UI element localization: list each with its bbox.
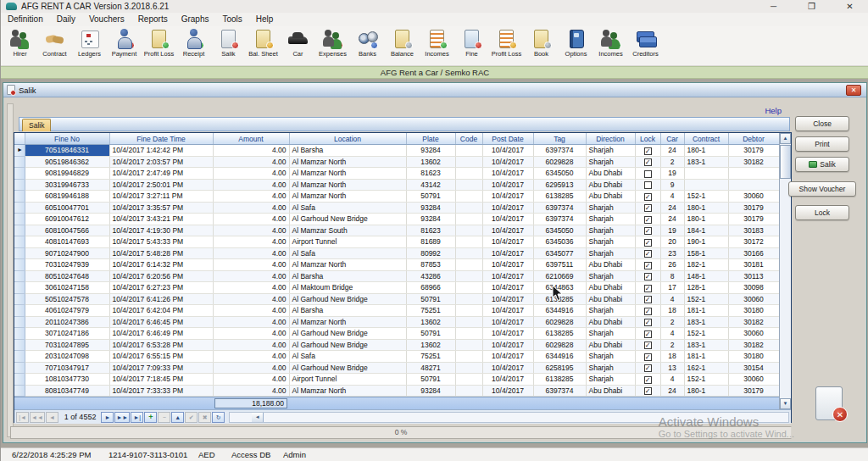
table-row[interactable]: 6091004761210/4/2017 3:43:21 PM4.00Al Ga… bbox=[14, 214, 779, 225]
toolbar-hirer[interactable]: Hirer bbox=[3, 26, 37, 65]
cell-code[interactable] bbox=[455, 293, 482, 305]
cell-post-date[interactable]: 10/4/2017 bbox=[482, 305, 533, 317]
cell-direction[interactable]: Abu Dhabi bbox=[586, 259, 635, 271]
cell-contract[interactable]: 128-1 bbox=[684, 282, 728, 294]
cell-post-date[interactable]: 10/4/2017 bbox=[482, 202, 533, 214]
cell-contract[interactable]: 148-1 bbox=[684, 270, 728, 282]
cell-amount[interactable]: 4.00 bbox=[213, 305, 289, 317]
cell-location[interactable]: Al Mamzar North bbox=[289, 168, 406, 180]
cell-tag[interactable]: 6138285 bbox=[533, 374, 586, 386]
cell-debtor[interactable]: 30154 bbox=[728, 362, 779, 374]
cell-direction[interactable]: Sharjah bbox=[586, 145, 635, 157]
lock-checkbox[interactable]: ✓ bbox=[644, 216, 652, 224]
cell-plate[interactable]: 13602 bbox=[406, 316, 455, 328]
table-row[interactable]: 7031024793910/4/2017 6:14:32 PM4.00Al Ma… bbox=[14, 259, 779, 271]
row-selector[interactable] bbox=[14, 259, 25, 271]
cell-contract[interactable]: 152-1 bbox=[684, 191, 728, 203]
cell-contract[interactable]: 180-1 bbox=[684, 202, 728, 214]
lock-checkbox[interactable]: ✓ bbox=[644, 227, 652, 235]
cell-location[interactable]: Al Mamzar South bbox=[289, 225, 406, 236]
cell-post-date[interactable]: 10/4/2017 bbox=[482, 282, 533, 294]
cell-car[interactable]: 24 bbox=[660, 145, 684, 157]
cell-post-date[interactable]: 10/4/2017 bbox=[482, 225, 533, 236]
table-row[interactable]: 6081004756610/4/2017 4:19:30 PM4.00Al Ma… bbox=[14, 225, 779, 236]
cell-code[interactable] bbox=[455, 282, 482, 294]
cell-lock[interactable]: ✓ bbox=[635, 351, 660, 363]
row-selector[interactable] bbox=[14, 156, 25, 168]
cell-direction[interactable]: Sharjah bbox=[586, 270, 635, 282]
nav-edit-button[interactable]: ▲ bbox=[171, 412, 184, 423]
menu-item-graphs[interactable]: Graphs bbox=[175, 13, 216, 26]
cell-direction[interactable]: Sharjah bbox=[586, 214, 635, 225]
lock-checkbox[interactable]: ✓ bbox=[644, 308, 652, 315]
table-row[interactable]: 6081994618810/4/2017 3:27:11 PM4.00Al Ma… bbox=[14, 191, 779, 203]
cell-amount[interactable]: 4.00 bbox=[213, 316, 289, 328]
cell-debtor[interactable]: 30179 bbox=[728, 202, 779, 214]
cell-direction[interactable]: Sharjah bbox=[586, 236, 635, 248]
cell-fine-no[interactable]: 60910047612 bbox=[25, 214, 109, 225]
cell-fine-date-time[interactable]: 10/4/2017 6:46:49 PM bbox=[109, 328, 213, 340]
cell-fine-date-time[interactable]: 10/4/2017 7:33:33 PM bbox=[109, 385, 213, 397]
cell-contract[interactable] bbox=[684, 168, 728, 180]
cell-amount[interactable]: 4.00 bbox=[213, 293, 289, 305]
cell-fine-date-time[interactable]: 10/4/2017 3:35:57 PM bbox=[109, 202, 213, 214]
cell-tag[interactable]: 6397374 bbox=[533, 214, 586, 225]
cell-fine-date-time[interactable]: 10/4/2017 5:48:28 PM bbox=[109, 247, 213, 259]
cell-debtor[interactable]: 30182 bbox=[728, 156, 779, 168]
table-row[interactable]: 5051024757810/4/2017 6:41:26 PM4.00Al Ga… bbox=[14, 293, 779, 305]
toolbar-creditors[interactable]: Creditors bbox=[628, 26, 663, 65]
cell-car[interactable]: 4 bbox=[660, 328, 684, 340]
cell-lock[interactable]: ✓ bbox=[635, 191, 660, 203]
cell-amount[interactable]: 4.00 bbox=[213, 191, 289, 203]
cell-plate[interactable]: 50791 bbox=[406, 328, 455, 340]
cell-lock[interactable]: ✓ bbox=[635, 270, 660, 282]
cell-fine-no[interactable]: 10810347730 bbox=[25, 374, 109, 386]
lock-checkbox[interactable]: ✓ bbox=[644, 353, 652, 361]
cell-fine-no[interactable]: 40610247979 bbox=[25, 305, 109, 317]
nav-prior-page-button[interactable]: ◄◄ bbox=[30, 412, 45, 423]
cell-tag[interactable]: 6029828 bbox=[533, 156, 586, 168]
row-selector[interactable] bbox=[14, 191, 25, 203]
cell-fine-no[interactable]: 20310247098 bbox=[25, 351, 109, 363]
cell-direction[interactable]: Sharjah bbox=[586, 351, 635, 363]
cell-debtor[interactable]: 30181 bbox=[728, 259, 779, 271]
row-selector[interactable] bbox=[14, 236, 25, 248]
print-button[interactable]: Print bbox=[795, 136, 849, 152]
cell-lock[interactable]: ✓ bbox=[635, 374, 660, 386]
cell-car[interactable]: 2 bbox=[660, 316, 684, 328]
cell-plate[interactable]: 43286 bbox=[406, 270, 455, 282]
cell-tag[interactable]: 6345050 bbox=[533, 168, 586, 180]
cell-car[interactable]: 19 bbox=[660, 168, 684, 180]
cell-post-date[interactable]: 10/4/2017 bbox=[482, 351, 533, 363]
cell-car[interactable]: 23 bbox=[660, 247, 684, 259]
cell-fine-no[interactable]: 90519846362 bbox=[25, 156, 109, 168]
toolbar-ledgers[interactable]: Ledgers bbox=[72, 26, 107, 65]
cell-post-date[interactable]: 10/4/2017 bbox=[482, 293, 533, 305]
cell-fine-no[interactable]: 90819946829 bbox=[25, 168, 109, 180]
column-header-code[interactable]: Code bbox=[455, 133, 482, 145]
cell-post-date[interactable]: 10/4/2017 bbox=[482, 191, 533, 203]
cell-amount[interactable]: 4.00 bbox=[213, 168, 289, 180]
toolbar-expenses[interactable]: Expenses bbox=[315, 26, 350, 65]
table-row[interactable]: 3071024718610/4/2017 6:46:49 PM4.00Al Ga… bbox=[14, 328, 779, 340]
toolbar-receipt[interactable]: Receipt bbox=[176, 26, 211, 65]
cell-direction[interactable]: Sharjah bbox=[586, 225, 635, 236]
cell-lock[interactable] bbox=[635, 179, 660, 191]
cell-fine-date-time[interactable]: 10/4/2017 5:43:33 PM bbox=[109, 236, 213, 248]
cell-lock[interactable]: ✓ bbox=[635, 316, 660, 328]
toolbar-bal-sheet[interactable]: Bal. Sheet bbox=[246, 26, 281, 65]
toolbar-profit-loss-2[interactable]: Profit Loss bbox=[489, 26, 524, 65]
toolbar-profit-loss-1[interactable]: Profit Loss bbox=[142, 26, 176, 65]
cell-contract[interactable]: 181-1 bbox=[684, 351, 728, 363]
cell-direction[interactable]: Abu Dhabi bbox=[586, 179, 635, 191]
cell-post-date[interactable]: 10/4/2017 bbox=[482, 270, 533, 282]
row-selector[interactable] bbox=[14, 328, 25, 340]
row-selector[interactable] bbox=[14, 270, 25, 282]
cell-post-date[interactable]: 10/4/2017 bbox=[482, 214, 533, 225]
cell-lock[interactable]: ✓ bbox=[635, 236, 660, 248]
cell-location[interactable]: Al Garhoud New Bridge bbox=[289, 328, 406, 340]
nav-cancel-button[interactable]: ✖ bbox=[198, 412, 211, 423]
toolbar-book[interactable]: Book bbox=[524, 26, 559, 65]
cell-amount[interactable]: 4.00 bbox=[213, 179, 289, 191]
cell-debtor[interactable] bbox=[728, 179, 779, 191]
